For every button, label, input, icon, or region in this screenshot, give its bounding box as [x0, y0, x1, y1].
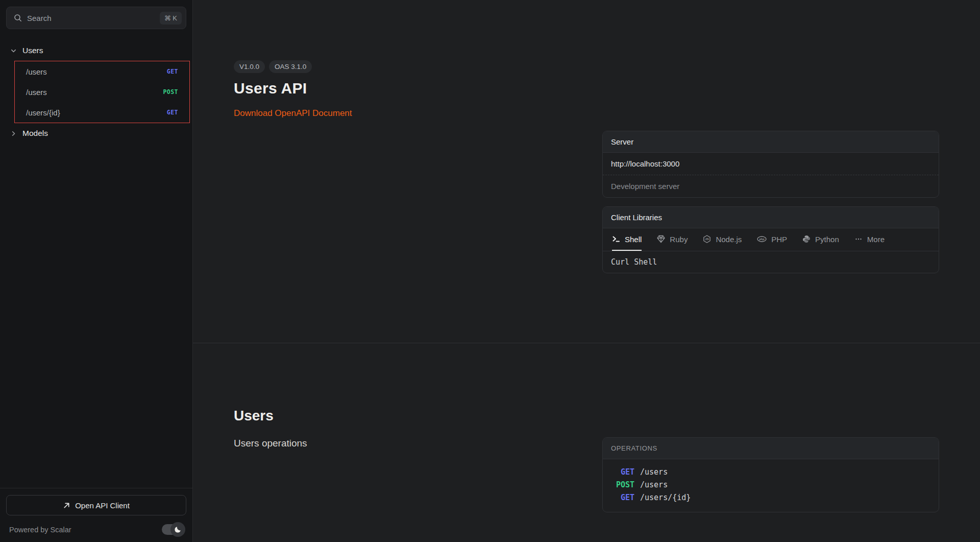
tab-label: Ruby [670, 235, 688, 244]
moon-icon [174, 526, 182, 533]
php-icon: php [757, 235, 767, 243]
main-content: V1.0.0 OAS 3.1.0 Users API Download Open… [193, 0, 980, 542]
operations-list: GET/usersPOST/usersGET/users/{id} [603, 459, 939, 512]
http-method-badge: GET [611, 466, 634, 479]
section-title: Users [234, 408, 582, 424]
sidebar-section-label: Users [22, 46, 43, 55]
arrow-up-right-icon [63, 502, 70, 509]
operation-path: /users [640, 466, 668, 479]
svg-text:JS: JS [705, 238, 709, 241]
open-api-client-label: Open API Client [75, 501, 130, 510]
tab-label: Node.js [716, 235, 742, 244]
client-library-tab-shell[interactable]: Shell [612, 228, 642, 251]
server-url[interactable]: http://localhost:3000 [603, 153, 939, 175]
python-icon [802, 235, 811, 243]
endpoint-path: /users [26, 88, 47, 97]
sidebar-nav: Users /usersGET/usersPOST/users/{id}GET … [0, 42, 192, 142]
more-icon [854, 235, 863, 243]
server-card-title: Server [603, 131, 939, 153]
endpoint-path: /users/{id} [26, 108, 60, 117]
tab-label: Python [815, 235, 839, 244]
search-icon [14, 14, 22, 22]
client-library-tab-nodejs[interactable]: JSNode.js [703, 228, 742, 251]
tab-label: More [867, 235, 885, 244]
client-library-tab-python[interactable]: Python [802, 228, 839, 251]
client-library-tab-php[interactable]: phpPHP [757, 228, 787, 251]
code-snippet: Curl Shell [603, 251, 939, 273]
sidebar-section-label: Models [22, 129, 48, 138]
client-libraries-tabs: ShellRubyJSNode.jsphpPHPPythonMore [603, 228, 939, 251]
terminal-icon [612, 235, 620, 243]
tab-label: PHP [771, 235, 787, 244]
http-method-badge: POST [163, 88, 178, 96]
server-card: Server http://localhost:3000 Development… [602, 131, 939, 198]
nodejs-icon: JS [703, 235, 711, 243]
intro-section: V1.0.0 OAS 3.1.0 Users API Download Open… [193, 0, 980, 343]
toggle-knob [170, 522, 185, 537]
dark-mode-toggle[interactable] [162, 524, 184, 535]
http-method-badge: GET [167, 68, 178, 75]
page-title: Users API [234, 80, 582, 97]
oas-badge: OAS 3.1.0 [269, 60, 312, 73]
operations-card-title: OPERATIONS [603, 438, 939, 459]
client-library-tab-ruby[interactable]: Ruby [657, 228, 688, 251]
highlight-box: /usersGET/usersPOST/users/{id}GET [14, 61, 190, 123]
users-section: Users Users operations OPERATIONS GET/us… [193, 343, 980, 512]
chevron-down-icon [10, 48, 17, 54]
client-library-tab-more[interactable]: More [854, 228, 885, 251]
tab-label: Shell [625, 235, 642, 244]
open-api-client-button[interactable]: Open API Client [6, 495, 186, 515]
section-description: Users operations [234, 438, 582, 449]
operation-path: /users/{id} [640, 491, 691, 504]
http-method-badge: POST [611, 479, 634, 491]
client-libraries-card: Client Libraries ShellRubyJSNode.jsphpPH… [602, 206, 939, 273]
sidebar-endpoint-item[interactable]: /usersPOST [15, 82, 189, 102]
search-input[interactable]: Search ⌘ K [6, 7, 186, 29]
ruby-icon [657, 235, 665, 243]
powered-by-label: Powered by Scalar [9, 526, 71, 534]
endpoint-path: /users [26, 67, 47, 76]
operation-row[interactable]: POST/users [611, 479, 930, 491]
sidebar-section-users[interactable]: Users [0, 42, 192, 59]
version-badge: V1.0.0 [234, 60, 265, 73]
server-description: Development server [603, 175, 939, 197]
sidebar-endpoint-item[interactable]: /users/{id}GET [15, 102, 189, 123]
search-placeholder: Search [27, 14, 160, 22]
sidebar-section-models[interactable]: Models [0, 125, 192, 142]
client-libraries-title: Client Libraries [603, 207, 939, 228]
sidebar: Search ⌘ K Users /usersGET/usersPOST/use… [0, 0, 193, 542]
operation-row[interactable]: GET/users/{id} [611, 491, 930, 504]
sidebar-footer: Open API Client Powered by Scalar [0, 488, 192, 542]
download-openapi-link[interactable]: Download OpenAPI Document [234, 108, 352, 119]
http-method-badge: GET [167, 109, 178, 116]
http-method-badge: GET [611, 491, 634, 504]
svg-text:php: php [759, 238, 765, 241]
operations-card: OPERATIONS GET/usersPOST/usersGET/users/… [602, 437, 939, 512]
search-shortcut: ⌘ K [160, 12, 182, 25]
operation-path: /users [640, 479, 668, 491]
chevron-right-icon [10, 130, 17, 137]
sidebar-endpoint-item[interactable]: /usersGET [15, 61, 189, 82]
operation-row[interactable]: GET/users [611, 466, 930, 479]
